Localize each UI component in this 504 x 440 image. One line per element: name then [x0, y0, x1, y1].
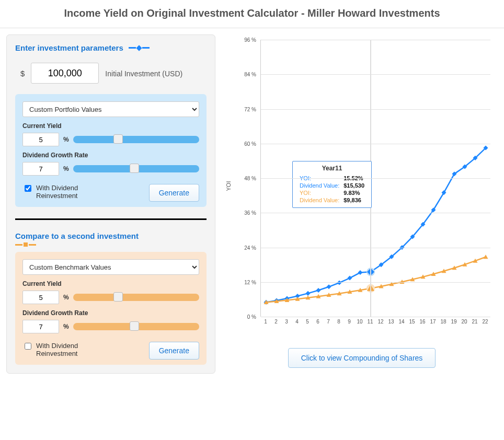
percent-icon: % [63, 165, 69, 172]
svg-marker-43 [484, 254, 488, 259]
portfolio-reinvest-checkbox[interactable] [25, 185, 31, 192]
chart-x-tick: 18 [438, 319, 449, 325]
chart-x-tick: 8 [334, 319, 344, 325]
chart-y-tick: 96 % [244, 37, 256, 43]
tooltip-r3-label: YOI: [298, 190, 341, 196]
portfolio-current-yield-block: Current Yield % [22, 122, 199, 146]
chart-plot-area: Year11 YOI:15.52% Dividend Value:$15,530… [260, 40, 490, 317]
enter-params-heading: Enter investment parameters [15, 43, 207, 52]
portfolio-current-yield-label: Current Yield [22, 122, 199, 130]
portfolio-reinvest-label: With Dividend Reinvestment [36, 184, 94, 200]
chart-x-tick: 2 [271, 319, 281, 325]
chart-y-tick: 24 % [244, 245, 256, 250]
benchmark-panel: Custom Benchmark Values Current Yield % … [15, 252, 207, 365]
chart-y-tick: 48 % [244, 176, 256, 181]
chart-x-tick: 11 [365, 319, 375, 325]
svg-rect-9 [358, 270, 362, 275]
chart-x-tick: 3 [281, 319, 292, 325]
svg-rect-8 [347, 275, 352, 280]
chart-y-tick: 60 % [244, 141, 256, 146]
tooltip-r4-value: $9,836 [342, 197, 366, 203]
chart-y-tick: 72 % [244, 106, 256, 112]
svg-rect-7 [337, 280, 341, 285]
svg-rect-5 [316, 288, 320, 293]
tooltip-r4-label: Dividend Value: [298, 197, 341, 203]
series-indicator-orange-icon [15, 242, 36, 247]
portfolio-select[interactable]: Custom Portfolio Values [22, 101, 199, 117]
chart-x-tick: 4 [292, 319, 302, 325]
portfolio-generate-button[interactable]: Generate [149, 184, 199, 202]
chart-x-tick: 21 [469, 319, 480, 325]
initial-investment-input[interactable] [31, 63, 99, 84]
chart-x-tick: 13 [386, 319, 396, 325]
chart-x-tick: 6 [313, 319, 323, 325]
benchmark-current-yield-input[interactable] [22, 291, 59, 304]
chart-x-tick: 19 [449, 319, 459, 325]
chart-x-tick: 1 [260, 319, 271, 325]
main-layout: Enter investment parameters $ Initial In… [0, 28, 504, 380]
chart-x-tick: 12 [375, 319, 386, 325]
svg-rect-6 [326, 284, 331, 289]
enter-params-heading-text: Enter investment parameters [15, 43, 123, 52]
chart-tooltip: Year11 YOI:15.52% Dividend Value:$15,530… [292, 161, 372, 208]
chart-x-ticks: 12345678910111213141516171819202122 [260, 319, 490, 325]
benchmark-generate-button[interactable]: Generate [149, 342, 199, 360]
chart-y-axis-label: YOI [225, 181, 232, 191]
svg-rect-4 [305, 291, 310, 296]
portfolio-reinvest-checkbox-row[interactable]: With Dividend Reinvestment [22, 184, 94, 200]
portfolio-growth-input[interactable] [22, 162, 59, 176]
compare-heading: Compare to a second investment [15, 231, 207, 247]
portfolio-current-yield-input[interactable] [22, 133, 59, 146]
chart-x-tick: 10 [354, 319, 365, 325]
chart-y-tick: 36 % [244, 210, 256, 216]
chart-x-tick: 14 [396, 319, 407, 325]
page-title: Income Yield on Original Investment Calc… [0, 0, 504, 28]
percent-icon: % [63, 294, 69, 301]
chart-x-tick: 17 [428, 319, 438, 325]
benchmark-reinvest-label: With Dividend Reinvestment [36, 342, 94, 357]
benchmark-reinvest-checkbox[interactable] [25, 343, 31, 350]
benchmark-growth-label: Dividend Growth Rate [22, 309, 199, 317]
compare-heading-text: Compare to a second investment [15, 231, 139, 240]
chart-x-tick: 5 [302, 319, 313, 325]
view-compounding-button[interactable]: Click to view Compounding of Shares [288, 348, 436, 368]
initial-investment-label: Initial Investment (USD) [105, 69, 182, 79]
chart-x-tick: 16 [417, 319, 428, 325]
tooltip-title: Year11 [297, 165, 367, 172]
benchmark-current-yield-slider[interactable] [73, 294, 199, 301]
chart-y-tick: 12 % [244, 279, 256, 285]
chart-y-tick: 0 % [247, 314, 256, 320]
portfolio-growth-slider[interactable] [73, 165, 199, 172]
initial-investment-row: $ Initial Investment (USD) [20, 63, 207, 84]
tooltip-r2-label: Dividend Value: [298, 182, 341, 189]
benchmark-reinvest-checkbox-row[interactable]: With Dividend Reinvestment [22, 342, 94, 357]
benchmark-current-yield-label: Current Yield [22, 280, 199, 287]
chart-x-tick: 15 [407, 319, 417, 325]
percent-icon: % [63, 136, 69, 143]
yoi-chart: YOI Year11 YOI:15.52% Dividend Value:$15… [231, 40, 492, 332]
chart-x-tick: 20 [459, 319, 469, 325]
portfolio-current-yield-slider[interactable] [73, 136, 199, 143]
series-indicator-blue-icon [129, 46, 150, 50]
portfolio-panel: Custom Portfolio Values Current Yield % … [15, 94, 207, 207]
chart-x-tick: 9 [344, 319, 354, 325]
portfolio-growth-block: Dividend Growth Rate % [22, 152, 199, 176]
percent-icon: % [63, 323, 69, 330]
benchmark-growth-block: Dividend Growth Rate % [22, 309, 199, 333]
chart-x-tick: 7 [323, 319, 334, 325]
tooltip-r3-value: 9.83% [342, 190, 366, 196]
chart-x-tick: 22 [480, 319, 490, 325]
benchmark-growth-slider[interactable] [73, 323, 199, 330]
dollar-icon: $ [20, 69, 25, 78]
parameters-panel: Enter investment parameters $ Initial In… [6, 34, 215, 374]
benchmark-growth-input[interactable] [22, 320, 59, 333]
panel-divider [15, 218, 207, 220]
benchmark-current-yield-block: Current Yield % [22, 280, 199, 304]
chart-y-tick: 84 % [244, 72, 256, 77]
chart-column: YOI Year11 YOI:15.52% Dividend Value:$15… [226, 34, 498, 374]
benchmark-select[interactable]: Custom Benchmark Values [22, 259, 199, 275]
portfolio-growth-label: Dividend Growth Rate [22, 152, 199, 159]
tooltip-r2-value: $15,530 [342, 182, 366, 189]
